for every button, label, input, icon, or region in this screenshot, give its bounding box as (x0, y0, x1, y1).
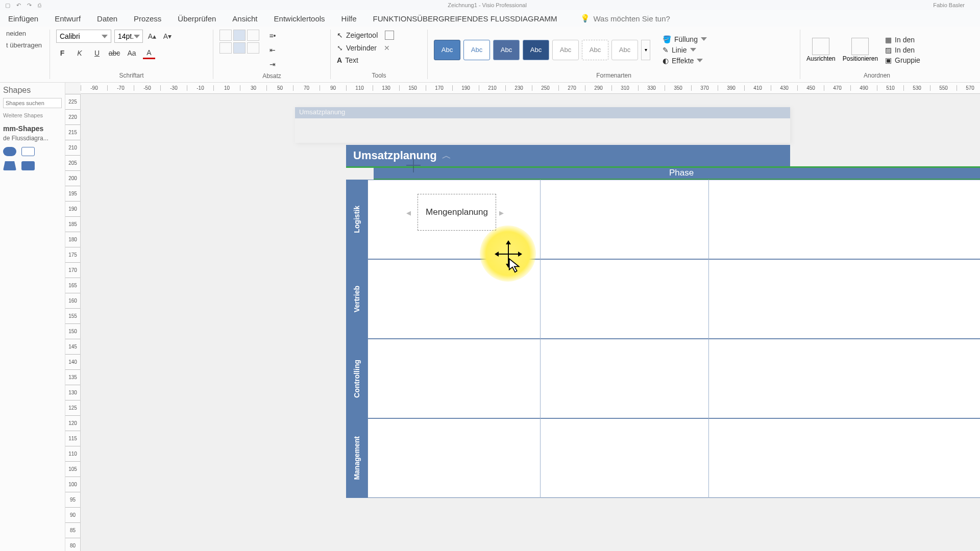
font-color-button[interactable]: A (143, 47, 155, 59)
align-icon[interactable] (812, 38, 829, 55)
italic-button[interactable]: K (74, 47, 86, 59)
save-icon[interactable]: ▢ (5, 2, 10, 9)
format-painter-button[interactable]: t übertragen (6, 41, 42, 49)
tab-entwicklertools[interactable]: Entwicklertools (271, 12, 328, 25)
strike-button[interactable]: abc (108, 47, 120, 59)
ruler-tick: 135 (65, 369, 80, 385)
lane-body-vertrieb[interactable] (368, 259, 980, 339)
process-shape-text: Mengenplanung (426, 207, 488, 217)
swimlane-diagram[interactable]: Umsatzplanung ︿ Phase Logistik Vertrieb … (346, 145, 980, 533)
tab-hilfe[interactable]: Hilfe (338, 12, 360, 25)
send-back-button[interactable]: ▨In den (885, 45, 920, 55)
rectangle-tool-icon[interactable] (385, 31, 394, 40)
lane-body-controlling[interactable] (368, 339, 980, 418)
drawing-surface[interactable]: Umsatzplanung Umsatzplanung ︿ Phase Logi… (81, 94, 980, 551)
phase-label: Phase (669, 168, 694, 178)
align-bottom-button[interactable] (247, 42, 259, 54)
pointer-tool-label: Zeigertool (346, 31, 378, 39)
bring-front-button[interactable]: ▦In den (885, 35, 920, 44)
stencil-1-title[interactable]: mm-Shapes (3, 124, 62, 133)
titlebar: ▢ ↶ ↷ ⎙ Zeichnung1 - Visio Professional … (0, 0, 980, 10)
line-button[interactable]: ✎ Linie (663, 45, 707, 55)
shape-rect-outline[interactable] (21, 147, 35, 156)
tab-ansicht[interactable]: Ansicht (229, 12, 260, 25)
bold-button[interactable]: F (56, 47, 68, 59)
align-center-button[interactable] (233, 30, 246, 41)
effects-button[interactable]: ◐ Effekte (663, 56, 707, 65)
style-gallery-more[interactable]: ▾ (641, 40, 650, 60)
group-label-styles: Formenarten (434, 70, 794, 79)
print-icon[interactable]: ⎙ (38, 2, 41, 8)
text-tool-button[interactable]: A Text (337, 55, 358, 65)
lane-label-controlling[interactable]: Controlling (346, 339, 368, 418)
style-swatch-1[interactable]: Abc (434, 40, 460, 60)
ruler-tick: 130 (65, 385, 80, 400)
ruler-tick: 230 (505, 85, 532, 91)
align-top-button[interactable] (219, 42, 232, 54)
style-swatch-4[interactable]: Abc (523, 40, 549, 60)
shape-trapezoid[interactable] (3, 161, 16, 170)
indent-inc-button[interactable]: ⇥ (266, 58, 279, 70)
style-swatch-5[interactable]: Abc (552, 40, 579, 60)
process-shape-mengenplanung[interactable]: Mengenplanung (418, 194, 496, 231)
text-tool-label: Text (345, 56, 358, 64)
lane-label-management[interactable]: Management (346, 418, 368, 498)
phase-header[interactable]: Phase (374, 166, 980, 180)
align-right-button[interactable] (247, 30, 259, 41)
mouse-pointer-icon (508, 258, 522, 273)
ruler-tick: 100 (65, 477, 80, 492)
autoconnect-arrow-left-icon[interactable]: ◂ (406, 207, 411, 218)
lane-label-logistik[interactable]: Logistik (346, 180, 368, 259)
indent-dec-button[interactable]: ⇤ (266, 44, 279, 56)
case-button[interactable]: Aa (126, 47, 138, 59)
paragraph-buttons (219, 30, 259, 54)
group-icon: ▣ (885, 56, 892, 64)
fill-button[interactable]: 🪣 Füllung (663, 35, 707, 44)
ruler-tick: 185 (65, 216, 80, 232)
ruler-tick: 165 (65, 278, 80, 293)
lane-body-management[interactable] (368, 418, 980, 498)
align-middle-button[interactable] (233, 42, 246, 54)
cut-button[interactable]: neiden (6, 30, 26, 37)
style-swatch-6[interactable]: Abc (582, 40, 608, 60)
tab-ueberpruefen[interactable]: Überprüfen (175, 12, 219, 25)
tab-daten[interactable]: Daten (94, 12, 120, 25)
style-swatch-2[interactable]: Abc (463, 40, 490, 60)
redo-icon[interactable]: ↷ (27, 2, 32, 9)
position-icon[interactable] (851, 38, 869, 55)
style-swatch-3[interactable]: Abc (493, 40, 520, 60)
style-gallery[interactable]: Abc Abc Abc Abc Abc Abc Abc ▾ (434, 40, 650, 60)
shapes-header: Shapes (3, 86, 62, 95)
tell-me-search[interactable]: 💡 Was möchten Sie tun? (580, 14, 670, 23)
shape-rounded-rect[interactable] (3, 147, 16, 156)
font-name-combo[interactable]: Calibri (56, 30, 111, 43)
stencil-2-title[interactable]: de Flussdiagra... (3, 135, 62, 142)
vertical-ruler: 2252202152102052001951901851801751701651… (65, 94, 81, 551)
connector-tool-button[interactable]: ⤡ Verbinder ✕ (337, 43, 390, 53)
bullets-button[interactable]: ≡• (266, 30, 279, 42)
tab-einfuegen[interactable]: Einfügen (5, 12, 41, 25)
search-prompt: Was möchten Sie tun? (593, 14, 670, 23)
tab-flussdiagramm[interactable]: FUNKTIONSÜBERGREIFENDES FLUSSDIAGRAMM (370, 12, 560, 25)
group-tools: ↖ Zeigertool ⤡ Verbinder ✕ A Text Tools (331, 30, 428, 79)
tab-prozess[interactable]: Prozess (131, 12, 164, 25)
pointer-tool-button[interactable]: ↖ Zeigertool (337, 30, 394, 41)
autoconnect-arrow-right-icon[interactable]: ▸ (499, 207, 504, 218)
align-left-button[interactable] (219, 30, 232, 41)
grow-font-button[interactable]: A▴ (146, 30, 158, 42)
shrink-font-button[interactable]: A▾ (161, 30, 174, 42)
more-shapes-link[interactable]: Weitere Shapes (3, 112, 62, 118)
lane-label-vertrieb[interactable]: Vertrieb (346, 259, 368, 339)
tab-entwurf[interactable]: Entwurf (52, 12, 84, 25)
style-swatch-7[interactable]: Abc (611, 40, 638, 60)
front-icon: ▦ (885, 36, 892, 44)
chevron-up-icon[interactable]: ︿ (442, 149, 451, 162)
shape-rect[interactable] (21, 161, 35, 170)
ruler-tick: 170 (65, 262, 80, 278)
close-icon[interactable]: ✕ (384, 44, 390, 52)
group-objects-button[interactable]: ▣Gruppie (885, 56, 920, 65)
shapes-search-input[interactable] (3, 98, 62, 108)
undo-icon[interactable]: ↶ (16, 2, 21, 9)
font-size-combo[interactable]: 14pt. (114, 30, 143, 43)
underline-button[interactable]: U (91, 47, 103, 59)
